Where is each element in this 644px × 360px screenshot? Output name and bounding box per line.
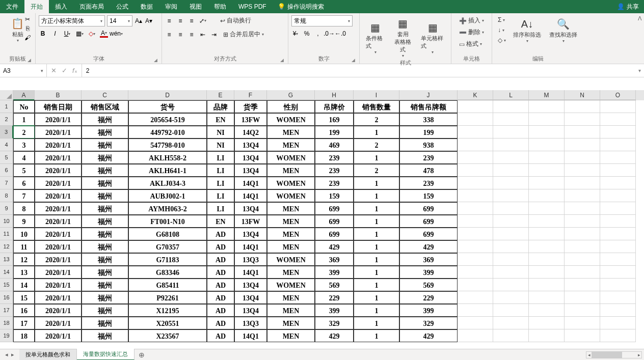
cell[interactable]: 2020/1/1 <box>35 240 82 253</box>
row-header-7[interactable]: 7 <box>0 177 13 189</box>
cell[interactable] <box>529 113 565 126</box>
cell[interactable] <box>565 215 600 228</box>
sheet-nav-next-icon[interactable]: ▸ <box>11 351 14 358</box>
cell[interactable]: 2020/1/1 <box>35 177 82 189</box>
cell[interactable]: 13Q4 <box>234 164 267 177</box>
cell[interactable]: 1 <box>354 189 399 202</box>
cell[interactable]: 2020/1/1 <box>35 329 82 342</box>
row-header-15[interactable]: 15 <box>0 279 13 291</box>
cell[interactable]: AD <box>207 304 234 317</box>
cell[interactable] <box>600 113 636 126</box>
cell[interactable]: 239 <box>399 177 458 189</box>
cell[interactable]: NI <box>207 126 234 139</box>
cell[interactable] <box>565 266 600 279</box>
cell[interactable] <box>565 113 600 126</box>
cell[interactable]: 399 <box>315 304 354 317</box>
col-header-A[interactable]: A <box>13 90 35 100</box>
header-cell[interactable]: 性别 <box>267 100 315 113</box>
insert-cells-button[interactable]: ➕插入▾ <box>457 15 486 26</box>
header-cell[interactable]: 货号 <box>128 100 207 113</box>
cell[interactable] <box>565 291 600 304</box>
tab-help[interactable]: 帮助 <box>208 0 232 13</box>
cell[interactable]: 14Q1 <box>234 240 267 253</box>
cell[interactable]: 369 <box>315 253 354 266</box>
decrease-indent-icon[interactable]: ⇤ <box>199 31 207 39</box>
cell[interactable]: 8 <box>13 202 35 215</box>
cell[interactable]: G85411 <box>128 279 207 291</box>
cell[interactable]: 10 <box>13 228 35 240</box>
cell[interactable]: 699 <box>315 202 354 215</box>
border-icon[interactable]: ▦▾ <box>75 30 84 38</box>
align-center-icon[interactable]: ≡ <box>176 31 184 39</box>
row-header-10[interactable]: 10 <box>0 215 13 228</box>
cell[interactable]: 福州 <box>82 139 128 151</box>
percent-icon[interactable]: % <box>303 30 311 38</box>
cell[interactable] <box>600 317 636 329</box>
cell[interactable] <box>565 279 600 291</box>
cell[interactable]: WOMEN <box>267 253 315 266</box>
cell[interactable]: 12 <box>13 253 35 266</box>
increase-indent-icon[interactable]: ⇥ <box>210 31 218 39</box>
cell[interactable]: 1 <box>13 113 35 126</box>
cell[interactable] <box>493 215 529 228</box>
cell[interactable]: AKLJ034-3 <box>128 177 207 189</box>
cell[interactable] <box>493 100 529 113</box>
select-all-corner[interactable] <box>0 90 13 100</box>
cell[interactable]: 11 <box>13 240 35 253</box>
cell[interactable]: 17 <box>13 317 35 329</box>
cell[interactable]: 13Q3 <box>234 253 267 266</box>
cell[interactable]: 14Q1 <box>234 189 267 202</box>
cell[interactable] <box>458 100 493 113</box>
cell[interactable]: 2020/1/1 <box>35 164 82 177</box>
cell[interactable] <box>565 228 600 240</box>
cell[interactable] <box>529 228 565 240</box>
cell[interactable] <box>529 266 565 279</box>
cell[interactable]: NI <box>207 139 234 151</box>
tab-wps-pdf[interactable]: WPS PDF <box>232 0 273 13</box>
cell[interactable] <box>600 291 636 304</box>
cell[interactable] <box>565 329 600 342</box>
horizontal-scrollbar[interactable]: ◂▸ <box>586 351 642 358</box>
cell[interactable]: 239 <box>315 177 354 189</box>
cell[interactable] <box>458 177 493 189</box>
sheet-tab-2[interactable]: 海量数据快速汇总 <box>77 349 135 360</box>
dialog-launcher-icon[interactable]: ◢ <box>154 58 157 63</box>
cell[interactable]: 1 <box>354 126 399 139</box>
tell-me[interactable]: 💡操作说明搜索 <box>273 0 329 13</box>
font-name-select[interactable]: 方正小标宋简体▾ <box>39 15 105 26</box>
dialog-launcher-icon[interactable]: ◢ <box>28 58 31 63</box>
cell[interactable]: 1 <box>354 177 399 189</box>
collapse-ribbon-icon[interactable]: ᐱ <box>636 13 644 64</box>
tab-home[interactable]: 开始 <box>24 0 49 13</box>
cell[interactable] <box>565 139 600 151</box>
cell[interactable]: AD <box>207 253 234 266</box>
tab-data[interactable]: 数据 <box>135 0 159 13</box>
cell[interactable] <box>493 126 529 139</box>
tab-formulas[interactable]: 公式 <box>110 0 135 13</box>
cell[interactable]: LI <box>207 189 234 202</box>
cell[interactable] <box>529 304 565 317</box>
cell[interactable] <box>529 151 565 164</box>
cell[interactable] <box>600 329 636 342</box>
cell[interactable]: 福州 <box>82 279 128 291</box>
cell[interactable] <box>458 240 493 253</box>
phonetic-icon[interactable]: wén▾ <box>112 30 120 38</box>
cell[interactable] <box>458 189 493 202</box>
cell[interactable]: 1 <box>354 304 399 317</box>
cell[interactable] <box>493 177 529 189</box>
cell[interactable]: 1 <box>354 253 399 266</box>
cell[interactable]: 13Q4 <box>234 139 267 151</box>
cell[interactable] <box>600 253 636 266</box>
cell[interactable]: 14 <box>13 279 35 291</box>
align-middle-icon[interactable]: ≡ <box>176 17 184 25</box>
cell[interactable]: 205654-519 <box>128 113 207 126</box>
align-top-icon[interactable]: ≡ <box>165 17 173 25</box>
cell[interactable]: 2020/1/1 <box>35 113 82 126</box>
cell[interactable]: G68108 <box>128 228 207 240</box>
cell[interactable]: 547798-010 <box>128 139 207 151</box>
header-cell[interactable]: 品牌 <box>207 100 234 113</box>
cell[interactable]: 13Q4 <box>234 291 267 304</box>
format-cells-button[interactable]: ▭格式▾ <box>457 39 486 49</box>
row-header-14[interactable]: 14 <box>0 266 13 279</box>
orientation-icon[interactable]: ⤢▾ <box>199 17 207 25</box>
